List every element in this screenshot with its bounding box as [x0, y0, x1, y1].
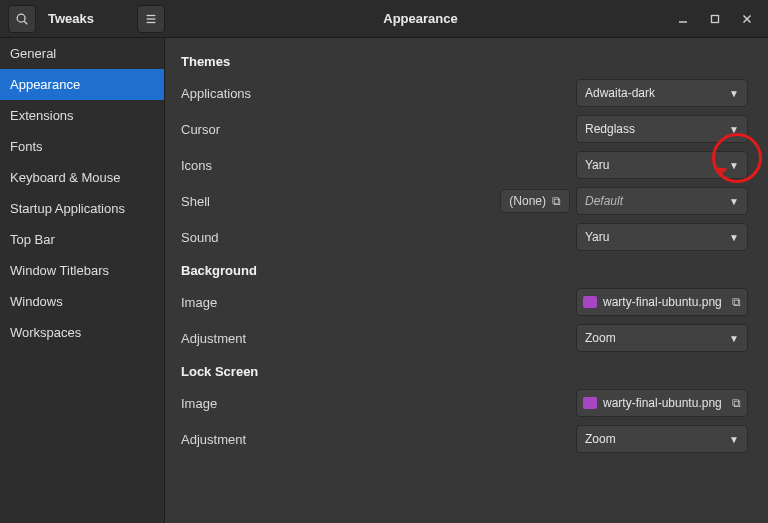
none-label: (None) [509, 194, 546, 208]
lockscreen-adjustment-dropdown[interactable]: Zoom ▼ [576, 425, 748, 453]
row-bg-adjustment: Adjustment Zoom ▼ [181, 322, 748, 354]
sidebar-item-extensions[interactable]: Extensions [0, 100, 164, 131]
row-label: Sound [181, 230, 576, 245]
sidebar-item-workspaces[interactable]: Workspaces [0, 317, 164, 348]
row-label: Icons [181, 158, 576, 173]
close-button[interactable] [740, 12, 754, 26]
dropdown-value: Default [585, 194, 623, 208]
titlebar-left: Tweaks [0, 5, 165, 33]
shell-dropdown[interactable]: Default ▼ [576, 187, 748, 215]
dropdown-value: Redglass [585, 122, 635, 136]
row-label: Applications [181, 86, 576, 101]
svg-rect-6 [712, 15, 719, 22]
sidebar-item-label: Workspaces [10, 325, 81, 340]
lockscreen-image-button[interactable]: warty-final-ubuntu.png ⧉ [576, 389, 748, 417]
main: General Appearance Extensions Fonts Keyb… [0, 38, 768, 523]
sidebar-item-window-titlebars[interactable]: Window Titlebars [0, 255, 164, 286]
dropdown-value: Zoom [585, 432, 616, 446]
sidebar-item-label: Window Titlebars [10, 263, 109, 278]
icons-dropdown[interactable]: Yaru ▼ [576, 151, 748, 179]
hamburger-button[interactable] [137, 5, 165, 33]
sound-dropdown[interactable]: Yaru ▼ [576, 223, 748, 251]
row-cursor: Cursor Redglass ▼ [181, 113, 748, 145]
sidebar-item-label: Keyboard & Mouse [10, 170, 121, 185]
row-icons: Icons Yaru ▼ [181, 149, 748, 181]
sidebar: General Appearance Extensions Fonts Keyb… [0, 38, 165, 523]
row-lock-adjustment: Adjustment Zoom ▼ [181, 423, 748, 455]
content: Themes Applications Adwaita-dark ▼ Curso… [165, 38, 768, 523]
svg-line-1 [24, 21, 27, 24]
dropdown-value: Zoom [585, 331, 616, 345]
sidebar-item-appearance[interactable]: Appearance [0, 69, 164, 100]
open-icon: ⧉ [732, 396, 741, 410]
sidebar-item-label: Appearance [10, 77, 80, 92]
maximize-button[interactable] [708, 12, 722, 26]
svg-point-0 [17, 14, 25, 22]
sidebar-item-windows[interactable]: Windows [0, 286, 164, 317]
sidebar-item-keyboard-mouse[interactable]: Keyboard & Mouse [0, 162, 164, 193]
sidebar-item-top-bar[interactable]: Top Bar [0, 224, 164, 255]
sidebar-item-label: Extensions [10, 108, 74, 123]
dropdown-value: Yaru [585, 158, 609, 172]
chevron-down-icon: ▼ [729, 232, 739, 243]
row-label: Cursor [181, 122, 576, 137]
background-image-button[interactable]: warty-final-ubuntu.png ⧉ [576, 288, 748, 316]
chevron-down-icon: ▼ [729, 124, 739, 135]
open-icon: ⧉ [732, 295, 741, 309]
section-title-themes: Themes [181, 54, 748, 69]
file-name: warty-final-ubuntu.png [603, 295, 726, 309]
minimize-button[interactable] [676, 12, 690, 26]
minimize-icon [678, 14, 688, 24]
section-title-background: Background [181, 263, 748, 278]
sidebar-item-label: Fonts [10, 139, 43, 154]
section-title-lockscreen: Lock Screen [181, 364, 748, 379]
dropdown-value: Adwaita-dark [585, 86, 655, 100]
chevron-down-icon: ▼ [729, 160, 739, 171]
image-thumbnail-icon [583, 397, 597, 409]
shell-none-button[interactable]: (None) ⧉ [500, 189, 570, 213]
file-name: warty-final-ubuntu.png [603, 396, 726, 410]
applications-dropdown[interactable]: Adwaita-dark ▼ [576, 79, 748, 107]
image-thumbnail-icon [583, 296, 597, 308]
chevron-down-icon: ▼ [729, 196, 739, 207]
row-lock-image: Image warty-final-ubuntu.png ⧉ [181, 387, 748, 419]
row-shell: Shell (None) ⧉ Default ▼ [181, 185, 748, 217]
sidebar-item-fonts[interactable]: Fonts [0, 131, 164, 162]
sidebar-item-general[interactable]: General [0, 38, 164, 69]
row-label: Image [181, 396, 576, 411]
row-label: Adjustment [181, 432, 576, 447]
open-icon: ⧉ [552, 194, 561, 208]
row-bg-image: Image warty-final-ubuntu.png ⧉ [181, 286, 748, 318]
search-icon [15, 12, 29, 26]
maximize-icon [710, 14, 720, 24]
sidebar-item-label: Windows [10, 294, 63, 309]
page-title: Appearance [165, 11, 676, 26]
row-applications: Applications Adwaita-dark ▼ [181, 77, 748, 109]
search-button[interactable] [8, 5, 36, 33]
titlebar: Tweaks Appearance [0, 0, 768, 38]
cursor-dropdown[interactable]: Redglass ▼ [576, 115, 748, 143]
hamburger-icon [144, 12, 158, 26]
row-sound: Sound Yaru ▼ [181, 221, 748, 253]
app-name: Tweaks [48, 11, 125, 26]
sidebar-item-label: Top Bar [10, 232, 55, 247]
chevron-down-icon: ▼ [729, 88, 739, 99]
row-label: Shell [181, 194, 500, 209]
chevron-down-icon: ▼ [729, 434, 739, 445]
background-adjustment-dropdown[interactable]: Zoom ▼ [576, 324, 748, 352]
window-controls [676, 12, 768, 26]
close-icon [742, 14, 752, 24]
row-label: Adjustment [181, 331, 576, 346]
sidebar-item-label: General [10, 46, 56, 61]
dropdown-value: Yaru [585, 230, 609, 244]
chevron-down-icon: ▼ [729, 333, 739, 344]
sidebar-item-label: Startup Applications [10, 201, 125, 216]
sidebar-item-startup-applications[interactable]: Startup Applications [0, 193, 164, 224]
row-label: Image [181, 295, 576, 310]
